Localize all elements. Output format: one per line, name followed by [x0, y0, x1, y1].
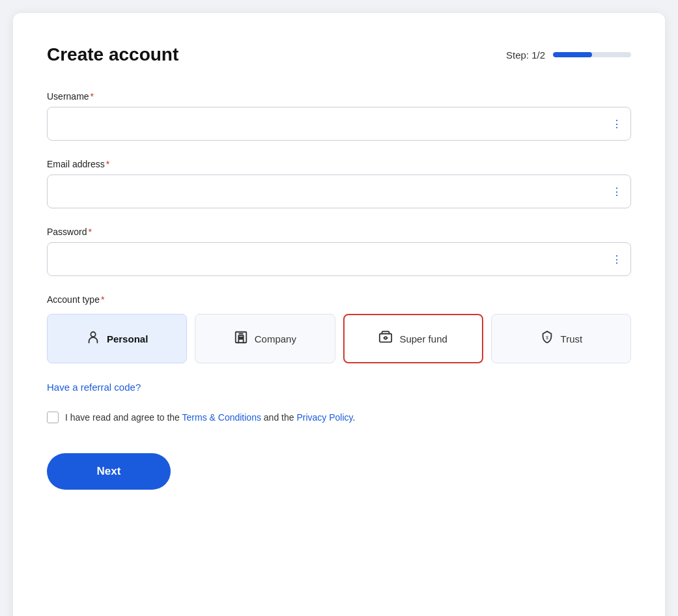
svg-rect-4 [380, 333, 391, 342]
referral-link[interactable]: Have a referral code? [47, 382, 141, 393]
progress-fill [553, 52, 592, 57]
password-input[interactable] [47, 242, 631, 276]
username-label: Username* [47, 91, 631, 102]
step-text: Step: 1/2 [506, 49, 545, 61]
superfund-label: Super fund [399, 333, 447, 344]
terms-checkbox[interactable] [47, 412, 59, 423]
company-icon [234, 330, 248, 348]
personal-icon [86, 330, 100, 348]
password-field-group: Password* ⋮ [47, 227, 631, 276]
svg-text:$: $ [546, 335, 548, 339]
terms-conditions-link[interactable]: Terms & Conditions [182, 412, 261, 423]
terms-row: I have read and agree to the Terms & Con… [47, 411, 631, 425]
email-input-wrapper: ⋮ [47, 175, 631, 208]
account-type-trust[interactable]: $ Trust [491, 314, 631, 363]
svg-rect-3 [242, 337, 243, 339]
username-input[interactable] [47, 107, 631, 141]
trust-icon: $ [540, 330, 554, 348]
account-type-company[interactable]: Company [195, 314, 335, 363]
password-required: * [88, 227, 91, 237]
progress-bar [553, 52, 631, 57]
trust-label: Trust [561, 333, 583, 344]
create-account-card: Create account Step: 1/2 Username* ⋮ Ema… [13, 13, 665, 616]
username-input-wrapper: ⋮ [47, 107, 631, 141]
svg-rect-2 [239, 337, 240, 339]
superfund-icon [378, 330, 393, 348]
account-type-required: * [101, 294, 104, 305]
company-label: Company [255, 333, 296, 344]
email-required: * [106, 159, 109, 169]
account-type-label: Account type* [47, 294, 631, 305]
svg-point-0 [91, 331, 95, 336]
account-type-personal[interactable]: Personal [47, 314, 187, 363]
page-header: Create account Step: 1/2 [47, 44, 631, 65]
account-type-superfund[interactable]: Super fund [343, 314, 483, 363]
step-indicator: Step: 1/2 [506, 49, 631, 61]
email-input[interactable] [47, 175, 631, 208]
personal-label: Personal [107, 333, 148, 344]
email-field-group: Email address* ⋮ [47, 159, 631, 208]
password-label: Password* [47, 227, 631, 237]
email-label: Email address* [47, 159, 631, 169]
privacy-policy-link[interactable]: Privacy Policy [296, 412, 352, 423]
account-type-grid: Personal Company [47, 314, 631, 363]
password-input-wrapper: ⋮ [47, 242, 631, 276]
username-field-group: Username* ⋮ [47, 91, 631, 141]
account-type-group: Account type* Personal [47, 294, 631, 363]
page-title: Create account [47, 44, 178, 65]
next-button[interactable]: Next [47, 453, 171, 490]
terms-text: I have read and agree to the Terms & Con… [65, 411, 355, 425]
username-required: * [91, 91, 94, 102]
